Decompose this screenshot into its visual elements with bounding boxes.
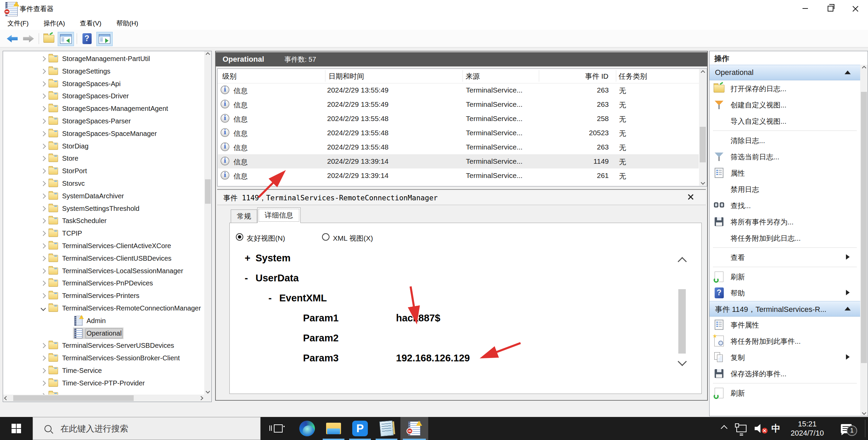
- chevron-collapsed-icon[interactable]: [40, 268, 46, 274]
- tree-item-body[interactable]: TerminalServices-SessionBroker-Client: [47, 353, 182, 364]
- action-section-header-1[interactable]: 事件 1149，TerminalServices-R...: [710, 301, 860, 317]
- tree-item[interactable]: TerminalServices-PnPDevices: [4, 277, 204, 289]
- tree-item-body[interactable]: StorageSettings: [47, 65, 112, 77]
- action-item[interactable]: 刷新: [710, 268, 860, 285]
- tree-item[interactable]: TCPIP: [4, 227, 204, 240]
- chevron-collapsed-icon[interactable]: [40, 343, 46, 348]
- tree-item-body[interactable]: Time-Service-PTP-Provider: [47, 377, 147, 389]
- tree-item[interactable]: Time-Service: [4, 364, 204, 377]
- chevron-collapsed-icon[interactable]: [40, 281, 46, 286]
- chevron-collapsed-icon[interactable]: [40, 243, 46, 249]
- detail-scrollbar-thumb[interactable]: [678, 289, 686, 354]
- tree-item[interactable]: StorageManagement-PartUtil: [4, 53, 204, 65]
- menu-item-3[interactable]: 帮助(H): [111, 18, 144, 29]
- tree-item[interactable]: Store: [4, 152, 204, 165]
- minimize-button[interactable]: [793, 0, 818, 17]
- tree-item[interactable]: StorageSpaces-Parser: [4, 115, 204, 127]
- restore-button[interactable]: [818, 0, 843, 17]
- chevron-collapsed-icon[interactable]: [40, 143, 46, 149]
- friendly-view-radio[interactable]: [236, 233, 243, 241]
- chevron-collapsed-icon[interactable]: [40, 194, 46, 199]
- scrollbar-thumb[interactable]: [861, 92, 867, 363]
- tree-item-body[interactable]: StorageSpaces-SpaceManager: [47, 128, 159, 139]
- chevron-collapsed-icon[interactable]: [40, 356, 46, 361]
- action-item[interactable]: 帮助: [710, 285, 860, 301]
- tree-item-body[interactable]: StorageSpaces-Api: [47, 78, 122, 89]
- action-item[interactable]: 筛选当前日志...: [710, 148, 860, 165]
- tree-item[interactable]: TerminalServices-SessionBroker-Client: [4, 352, 204, 364]
- tab-details[interactable]: 详细信息: [257, 207, 301, 223]
- action-item[interactable]: 打开保存的日志...: [710, 80, 860, 97]
- tree-item-body[interactable]: SystemSettingsThreshold: [47, 203, 141, 214]
- tree-item-body[interactable]: Admin: [73, 315, 108, 326]
- menu-item-1[interactable]: 操作(A): [38, 18, 70, 29]
- taskbar-edge-button[interactable]: [294, 417, 320, 440]
- table-row[interactable]: 信息2024/2/29 13:55:49TerminalService...26…: [218, 97, 699, 112]
- chevron-collapsed-icon[interactable]: [40, 368, 46, 374]
- tree-item[interactable]: SystemDataArchiver: [4, 190, 204, 202]
- tree-item[interactable]: TaskScheduler: [4, 215, 204, 227]
- scrollbar-thumb[interactable]: [700, 127, 706, 162]
- taskbar-event-viewer-button[interactable]: [400, 417, 428, 440]
- tree-item-body[interactable]: StorageSpaces-ManagementAgent: [47, 103, 170, 115]
- scrollbar-thumb[interactable]: [13, 395, 134, 401]
- tree-item[interactable]: StorageSpaces-SpaceManager: [4, 127, 204, 140]
- chevron-collapsed-icon[interactable]: [40, 293, 46, 299]
- chevron-collapsed-icon[interactable]: [40, 231, 46, 236]
- action-item[interactable]: 复制: [710, 349, 860, 365]
- help-button[interactable]: [79, 32, 94, 45]
- show-action-pane-button[interactable]: [96, 32, 113, 46]
- chevron-collapsed-icon[interactable]: [40, 106, 46, 112]
- tree-item[interactable]: TerminalServices-ServerUSBDevices: [4, 339, 204, 352]
- action-item[interactable]: 创建自定义视图...: [710, 97, 860, 113]
- scroll-left-arrow[interactable]: [3, 395, 10, 402]
- action-item[interactable]: 保存选择的事件...: [710, 365, 860, 382]
- chevron-collapsed-icon[interactable]: [40, 381, 46, 386]
- list-vertical-scrollbar[interactable]: [699, 69, 706, 186]
- tree-item-body[interactable]: SystemDataArchiver: [47, 190, 126, 202]
- table-row[interactable]: 信息2024/2/29 13:55:48TerminalService...26…: [218, 140, 699, 154]
- ime-indicator[interactable]: 中: [768, 417, 784, 440]
- tree-item[interactable]: TerminalServices-Printers: [4, 289, 204, 302]
- close-button[interactable]: [843, 0, 868, 17]
- tree-item-body[interactable]: TerminalServices-ClientActiveXCore: [47, 240, 173, 252]
- column-header-2[interactable]: 来源: [466, 72, 480, 81]
- taskbar-notepad-button[interactable]: [373, 417, 400, 440]
- tree-item[interactable]: SystemSettingsThreshold: [4, 202, 204, 215]
- scroll-up-arrow[interactable]: [699, 69, 706, 76]
- scroll-up-arrow[interactable]: [204, 51, 211, 58]
- tree-item-body[interactable]: TerminalServices-LocalSessionManager: [47, 265, 185, 277]
- action-item[interactable]: 查看: [710, 249, 860, 265]
- column-header-1[interactable]: 日期和时间: [328, 72, 364, 81]
- collapse-triangle-icon[interactable]: [845, 307, 851, 311]
- column-header-0[interactable]: 级别: [222, 72, 237, 81]
- tree-item[interactable]: StorageSpaces-ManagementAgent: [4, 102, 204, 115]
- action-item[interactable]: 禁用日志: [710, 181, 860, 197]
- tree-item-body[interactable]: Store: [47, 153, 80, 164]
- taskbar-powerpoint-button[interactable]: [347, 417, 373, 440]
- chevron-collapsed-icon[interactable]: [40, 131, 46, 137]
- detail-scroll-up[interactable]: [677, 257, 687, 266]
- chevron-collapsed-icon[interactable]: [40, 119, 46, 124]
- action-section-header-0[interactable]: Operational: [710, 65, 860, 80]
- tree-item[interactable]: Storsvc: [4, 177, 204, 190]
- table-row[interactable]: 信息2024/2/29 13:55:49TerminalService...26…: [218, 83, 699, 97]
- tree-horizontal-scrollbar[interactable]: [3, 395, 204, 402]
- chevron-collapsed-icon[interactable]: [40, 156, 46, 161]
- tree-item-body[interactable]: TerminalServices-PnPDevices: [47, 278, 155, 289]
- tree-item-body[interactable]: StorageManagement-PartUtil: [47, 53, 152, 65]
- show-hidden-icons-button[interactable]: [717, 417, 732, 440]
- scroll-up-arrow[interactable]: [860, 65, 868, 71]
- menu-item-2[interactable]: 查看(V): [75, 18, 107, 29]
- tree-item-body[interactable]: TerminalServices-Printers: [47, 290, 141, 302]
- chevron-collapsed-icon[interactable]: [40, 69, 46, 74]
- column-header-3[interactable]: 事件 ID: [539, 72, 608, 81]
- tree-item[interactable]: StorageSpaces-Api: [4, 78, 204, 90]
- action-item[interactable]: 查找...: [710, 197, 860, 214]
- scroll-down-arrow[interactable]: [860, 409, 868, 416]
- action-item[interactable]: 将任务附加到此事件...: [710, 333, 860, 349]
- tree-item[interactable]: Operational: [4, 327, 204, 340]
- collapse-toggle[interactable]: -: [245, 273, 248, 284]
- action-item[interactable]: 清除日志...: [710, 132, 860, 148]
- back-button[interactable]: [5, 32, 20, 45]
